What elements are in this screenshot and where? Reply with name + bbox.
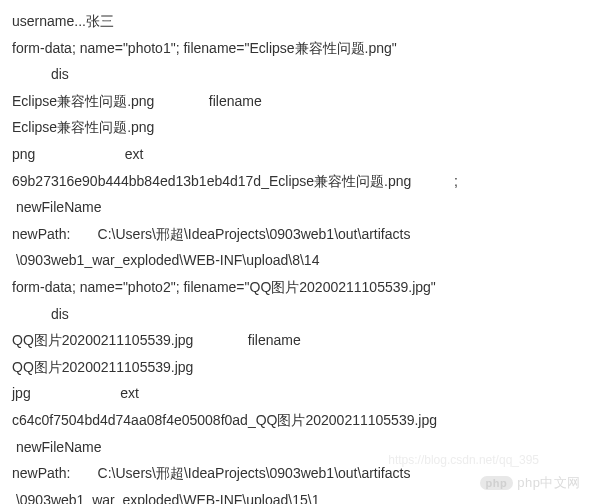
- log-line: c64c0f7504bd4d74aa08f4e05008f0ad_QQ图片202…: [12, 407, 587, 434]
- console-log-output: username...张三 form-data; name="photo1"; …: [12, 8, 587, 504]
- log-line: jpg ext: [12, 380, 587, 407]
- log-line: dis: [12, 61, 587, 88]
- log-line: 69b27316e90b444bb84ed13b1eb4d17d_Eclipse…: [12, 168, 587, 195]
- log-line: form-data; name="photo2"; filename="QQ图片…: [12, 274, 587, 301]
- log-line: png ext: [12, 141, 587, 168]
- log-line: \0903web1_war_exploded\WEB-INF\upload\15…: [12, 487, 587, 504]
- log-line: dis: [12, 301, 587, 328]
- log-line: QQ图片20200211105539.jpg: [12, 354, 587, 381]
- log-line: newFileName: [12, 194, 587, 221]
- log-line: username...张三: [12, 8, 587, 35]
- log-line: Eclipse兼容性问题.png: [12, 114, 587, 141]
- log-line: newPath: C:\Users\邢超\IdeaProjects\0903we…: [12, 460, 587, 487]
- log-line: form-data; name="photo1"; filename="Ecli…: [12, 35, 587, 62]
- log-line: Eclipse兼容性问题.png filename: [12, 88, 587, 115]
- log-line: QQ图片20200211105539.jpg filename: [12, 327, 587, 354]
- log-line: newPath: C:\Users\邢超\IdeaProjects\0903we…: [12, 221, 587, 248]
- log-line: newFileName: [12, 434, 587, 461]
- log-line: \0903web1_war_exploded\WEB-INF\upload\8\…: [12, 247, 587, 274]
